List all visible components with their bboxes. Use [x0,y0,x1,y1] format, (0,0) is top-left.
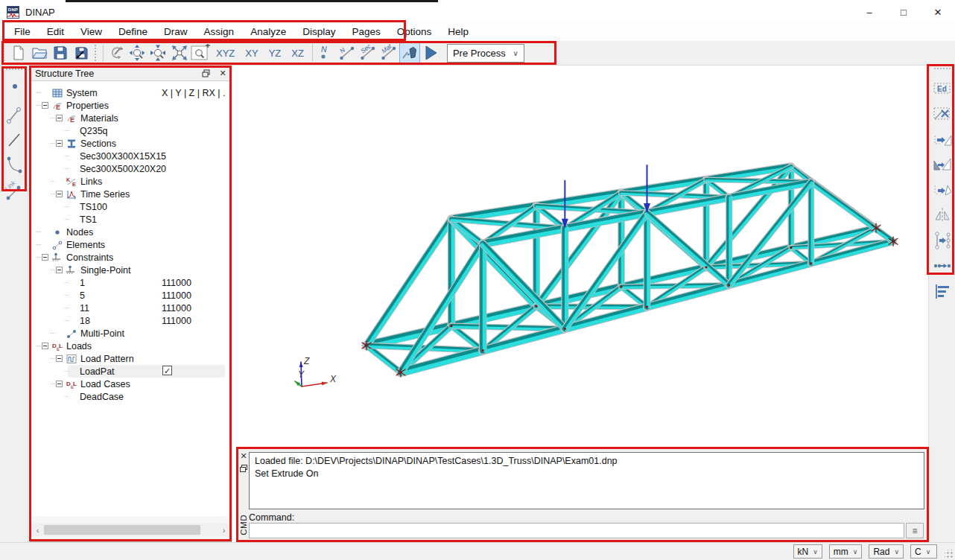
collapse-icon[interactable] [56,267,63,273]
view-xyz-button[interactable]: XYZ [211,45,240,62]
draw-link-button[interactable]: Link [3,179,25,203]
process-mode-select[interactable]: Pre Process ∨ [447,44,524,63]
menu-edit[interactable]: Edit [39,23,72,40]
tree-item-loadpat[interactable]: LoadPat✓ [31,365,231,378]
tree-item-sections[interactable]: Sections [31,137,231,150]
tree-item-elements[interactable]: Elements [31,238,231,251]
collapse-icon[interactable] [56,115,63,121]
collapse-icon[interactable] [56,140,63,147]
command-history-button[interactable]: ≡ [906,523,924,538]
tree-item-loads[interactable]: DELLoads [31,340,231,352]
close-panel-icon[interactable]: ✕ [218,69,228,79]
tree-item-multi-point[interactable]: Multi-Point [31,327,231,340]
save-all-button[interactable] [71,42,92,63]
tree-item-links[interactable]: KELinks [31,175,231,188]
menu-help[interactable]: Help [440,23,477,40]
collapse-icon[interactable] [42,102,48,109]
tree-item-single-point[interactable]: Single-Point [31,264,231,276]
menu-assign[interactable]: Assign [196,23,243,40]
collapse-icon[interactable] [56,381,63,387]
divide-element-button[interactable] [931,229,954,252]
toolbar-grip[interactable] [2,44,6,62]
tree-item-properties[interactable]: EProperties [31,99,231,112]
zoom-dynamic-button[interactable] [127,42,148,63]
zoom-extents-button[interactable] [169,42,190,63]
scroll-thumb[interactable] [44,525,200,535]
draw-line-button[interactable] [3,128,25,152]
draw-element-button[interactable] [3,103,25,127]
delete-selection-button[interactable] [931,102,954,126]
move-button[interactable] [931,127,954,151]
float-panel-icon[interactable] [240,465,247,472]
tree-item-time-series[interactable]: TTime Series [31,188,231,200]
rotate-copy-button[interactable] [931,178,954,202]
tree-item-sp-11[interactable]: 11111000 [31,302,231,314]
node-labels-button[interactable]: N [316,42,337,63]
tree-item-sec300x300x15x15[interactable]: Sec300X300X15X15 [31,150,231,162]
collapse-icon[interactable] [42,254,48,261]
menu-options[interactable]: Options [389,23,440,40]
collapse-icon[interactable] [56,191,63,197]
sec-labels-button[interactable]: Sec [358,42,378,63]
menu-define[interactable]: Define [110,23,156,40]
align-list-button[interactable] [931,279,954,303]
close-panel-icon[interactable]: ✕ [240,451,247,462]
toolbar-grip[interactable] [94,44,98,62]
command-input[interactable] [249,523,904,538]
draw-arc-button[interactable] [3,153,25,177]
menu-display[interactable]: Display [294,23,343,40]
float-panel-icon[interactable] [200,69,211,79]
menu-pages[interactable]: Pages [343,23,388,40]
tree-item-nodes[interactable]: Nodes [31,226,231,238]
tree-item-load-pattern[interactable]: Load Pattern [31,352,231,365]
scroll-right-icon[interactable]: › [218,526,230,535]
tree-horizontal-scrollbar[interactable]: ‹ › [31,524,230,536]
minimize-button[interactable]: – [852,2,886,22]
merge-nodes-button[interactable] [931,254,954,278]
tree-item-load-cases[interactable]: DELLoad Cases [31,378,231,390]
scroll-left-icon[interactable]: ‹ [31,526,44,535]
new-file-button[interactable] [8,42,29,63]
menu-draw[interactable]: Draw [156,23,196,40]
tree-item-ts1[interactable]: TS1 [31,213,231,226]
tree-item-ts100[interactable]: TS100 [31,200,231,213]
mat-labels-button[interactable]: Mat [378,42,399,63]
resize-grip[interactable] [945,550,954,559]
maximize-button[interactable]: □ [886,2,921,22]
loadpat-checkbox[interactable]: ✓ [162,366,172,375]
tree-item-sp-18[interactable]: 18111000 [31,314,231,327]
tree-item-materials[interactable]: EMaterials [31,112,231,124]
length-unit-select[interactable]: mm∨ [829,544,863,559]
mirror-button[interactable] [931,203,954,227]
collapse-icon[interactable] [56,355,63,362]
menu-view[interactable]: View [72,23,110,40]
angle-unit-select[interactable]: Rad∨ [869,544,904,559]
menu-analyze[interactable]: Analyze [242,23,294,40]
view-xz-button[interactable]: XZ [286,45,309,62]
tree-item-sp-5[interactable]: 5111000 [31,289,231,302]
draw-node-button[interactable] [3,77,25,101]
copy-button[interactable] [931,153,954,176]
tree-item-sp-1[interactable]: 1111000 [31,276,231,289]
view-xy-button[interactable]: XY [240,45,263,62]
collapse-icon[interactable] [42,343,48,349]
temperature-unit-select[interactable]: C∨ [910,544,937,559]
save-button[interactable] [50,42,71,63]
n-labels-button[interactable]: N [337,42,358,63]
run-analysis-button[interactable] [420,42,441,63]
menu-file[interactable]: File [6,23,39,40]
tree-item-constraints[interactable]: Constraints [31,251,231,264]
view-yz-button[interactable]: YZ [264,45,287,62]
structure-tree-titlebar[interactable]: Structure Tree ✕ [31,66,231,81]
tree-item-system[interactable]: SystemX | Y | Z | RX | . [31,86,231,99]
edit-selection-button[interactable]: Ed [931,77,954,101]
extrude-toggle-button[interactable] [399,42,420,63]
tree-item-sec300x500x20x20[interactable]: Sec300X500X20X20 [31,162,231,175]
tree-item-deadcase[interactable]: DeadCase [31,390,231,403]
zoom-window-button[interactable] [190,42,211,63]
rotate-view-button[interactable] [107,42,127,63]
toolbar-grip[interactable] [934,68,951,71]
force-unit-select[interactable]: kN∨ [793,544,822,559]
tree-item-q235q[interactable]: Q235q [31,124,231,137]
zoom-back-button[interactable] [148,42,169,63]
